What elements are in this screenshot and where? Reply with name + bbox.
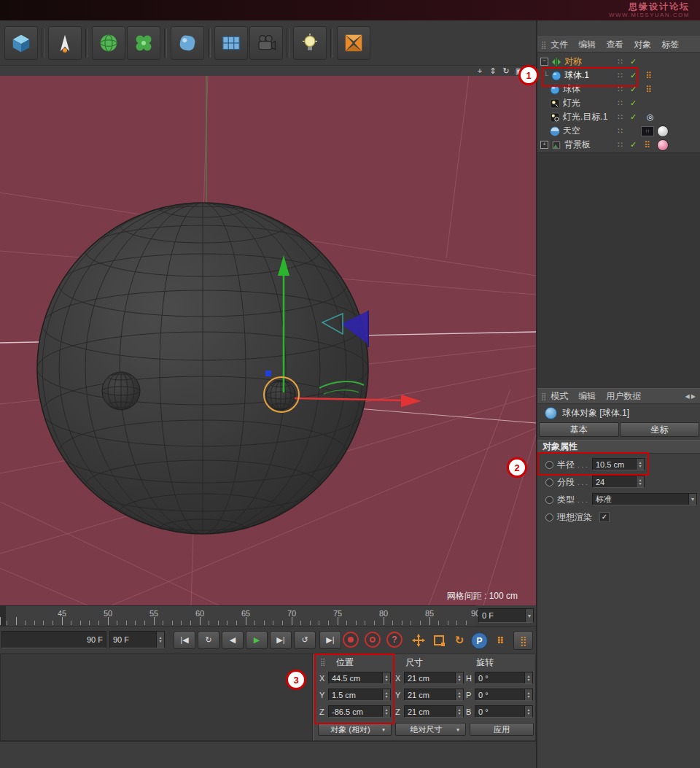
- tree-item-label[interactable]: 背景板: [564, 139, 591, 151]
- expand-icon[interactable]: +: [540, 141, 548, 149]
- spinner-icon[interactable]: ▴▾: [455, 672, 463, 683]
- key-position-icon[interactable]: [410, 632, 427, 649]
- layer-dots-icon[interactable]: ∷: [618, 112, 623, 122]
- tree-item-sphere[interactable]: 球体 ∷ ✓ ⠿: [537, 82, 700, 96]
- metaball-icon[interactable]: [171, 26, 204, 60]
- target-tag-icon[interactable]: ◎: [647, 112, 654, 122]
- keyframe-dot-icon[interactable]: [545, 461, 553, 469]
- object-manager-empty-area[interactable]: [537, 152, 700, 389]
- next-frame-button[interactable]: ▶|: [270, 631, 292, 649]
- spinner-icon[interactable]: ▴▾: [455, 689, 463, 700]
- tree-item-label[interactable]: 灯光.目标.1: [563, 111, 607, 123]
- apply-button[interactable]: 应用: [470, 723, 534, 736]
- tab-coordinates[interactable]: 坐标: [620, 422, 699, 437]
- enabled-check-icon[interactable]: ✓: [630, 85, 637, 94]
- play-button[interactable]: ▶: [246, 631, 268, 649]
- keyframe-dot-icon[interactable]: [545, 513, 553, 521]
- panel-handle-icon[interactable]: ⣿: [320, 658, 325, 666]
- tree-item-label[interactable]: 球体: [563, 83, 580, 96]
- enabled-check-icon[interactable]: ✓: [630, 57, 637, 66]
- render-perfect-checkbox[interactable]: ✓: [599, 512, 610, 522]
- segments-field[interactable]: 24▴▾: [592, 476, 645, 488]
- enabled-check-icon[interactable]: ✓: [630, 98, 637, 108]
- material-thumbnail-white[interactable]: [657, 125, 669, 137]
- keyframe-dot-icon[interactable]: [545, 496, 553, 504]
- section-object-properties[interactable]: 对象属性: [537, 440, 700, 454]
- spinner-icon[interactable]: ▴▾: [455, 706, 463, 717]
- menu-tags[interactable]: 标签: [661, 39, 679, 51]
- layer-dots-icon[interactable]: ∷: [618, 140, 623, 150]
- tree-item-label[interactable]: 天空: [563, 125, 580, 137]
- spinner-icon[interactable]: ▴▾: [382, 672, 390, 683]
- sphere-primitive-icon[interactable]: [92, 26, 125, 60]
- viewport-canvas[interactable]: [0, 76, 536, 605]
- size-x-field[interactable]: 21 cm▴▾: [404, 672, 464, 684]
- dropdown-arrow-icon[interactable]: ▾: [525, 609, 533, 622]
- phong-tag-icon[interactable]: ⠿: [644, 140, 650, 150]
- layer-dots-icon[interactable]: ∷: [618, 85, 623, 94]
- menu-edit[interactable]: 编辑: [578, 390, 596, 403]
- tab-basic[interactable]: 基本: [539, 422, 619, 437]
- prev-frame-button[interactable]: ◀: [222, 631, 244, 649]
- tree-item-sky[interactable]: 天空 ∷ ∷: [537, 124, 700, 138]
- absolute-size-dropdown[interactable]: 绝对尺寸▾: [395, 723, 466, 736]
- compositing-tag-icon[interactable]: ∷: [641, 126, 654, 136]
- rotation-p-field[interactable]: 0 °▴▾: [475, 689, 533, 701]
- array-panel-icon[interactable]: [214, 26, 248, 60]
- point-level-animation-icon[interactable]: ⠿: [491, 632, 509, 649]
- collapse-icon[interactable]: −: [540, 58, 548, 66]
- viewport-zoom-icon[interactable]: ⇕: [487, 66, 499, 76]
- enabled-check-icon[interactable]: ✓: [630, 112, 637, 122]
- viewport-pan-icon[interactable]: +: [474, 66, 486, 76]
- spinner-icon[interactable]: ▴▾: [636, 476, 644, 487]
- tree-item-background[interactable]: + 背景板 ∷ ✓ ⠿: [537, 138, 700, 152]
- record-keyframe-button[interactable]: [343, 632, 359, 648]
- phong-tag-icon[interactable]: ⠿: [645, 85, 652, 95]
- panel-handle-icon[interactable]: ⣿: [541, 392, 546, 400]
- dropdown-arrow-icon[interactable]: ▾: [688, 494, 696, 505]
- timeline-scrubber[interactable]: 90 F: [1, 631, 106, 648]
- menu-edit[interactable]: 编辑: [578, 39, 596, 51]
- size-y-field[interactable]: 21 cm▴▾: [404, 689, 464, 701]
- tree-item-sphere-1[interactable]: └ 球体.1 ∷ ✓ ⠿: [537, 69, 700, 82]
- object-relative-dropdown[interactable]: 对象 (相对)▾: [318, 723, 392, 736]
- tree-item-light-target[interactable]: 灯光.目标.1 ∷ ✓ ◎: [537, 110, 700, 124]
- size-z-field[interactable]: 21 cm▴▾: [404, 705, 464, 718]
- tree-item-symmetry[interactable]: − 对称 ∷ ✓: [537, 55, 700, 69]
- layer-dots-icon[interactable]: ∷: [618, 57, 623, 66]
- goto-end-button[interactable]: ▶|: [319, 631, 341, 649]
- spinner-icon[interactable]: ▴▾: [524, 706, 532, 717]
- spinner-icon[interactable]: ▴▾: [524, 689, 532, 700]
- array-clover-icon[interactable]: [127, 26, 160, 60]
- current-frame-field[interactable]: 90 F▴▾: [109, 631, 165, 648]
- position-x-field[interactable]: 44.5 cm▴▾: [328, 672, 391, 684]
- frame-rate-dropdown[interactable]: 0 F▾: [478, 608, 534, 623]
- enabled-check-icon[interactable]: ✓: [630, 71, 637, 80]
- key-scale-icon[interactable]: [430, 632, 448, 649]
- viewport-maximize-icon[interactable]: ▣: [513, 66, 525, 76]
- layer-dots-icon[interactable]: ∷: [618, 98, 623, 108]
- autokey-button[interactable]: [365, 632, 381, 648]
- menu-userdata[interactable]: 用户数据: [606, 390, 641, 403]
- menu-mode[interactable]: 模式: [551, 390, 568, 403]
- viewport-rotate-icon[interactable]: ↻: [500, 66, 512, 76]
- rotation-h-field[interactable]: 0 °▴▾: [475, 672, 533, 684]
- tree-item-label[interactable]: 对称: [564, 55, 582, 68]
- timeline-ruler[interactable]: 45 50 55 60 65 70 75 80 85 90: [0, 605, 475, 626]
- menu-file[interactable]: 文件: [551, 39, 568, 51]
- phong-tag-icon[interactable]: ⠿: [645, 71, 652, 81]
- spinner-icon[interactable]: ▴▾: [382, 689, 390, 700]
- spline-pen-icon[interactable]: [48, 26, 82, 60]
- layer-dots-icon[interactable]: ∷: [618, 126, 623, 136]
- cube-primitive-icon[interactable]: [4, 26, 38, 60]
- material-manager-empty[interactable]: [0, 653, 313, 741]
- history-arrows-icon[interactable]: ◀ ▶: [685, 393, 696, 400]
- keyframe-selection-button[interactable]: ?: [386, 632, 402, 648]
- tree-item-label[interactable]: 球体.1: [564, 69, 589, 82]
- position-z-field[interactable]: -86.5 cm▴▾: [328, 705, 391, 718]
- panel-handle-icon[interactable]: ⣿: [541, 41, 546, 49]
- cycle-mode-button[interactable]: ↺: [294, 631, 316, 649]
- spinner-icon[interactable]: ▴▾: [156, 632, 164, 648]
- material-thumbnail-pink[interactable]: [657, 139, 669, 151]
- menu-object[interactable]: 对象: [634, 39, 651, 51]
